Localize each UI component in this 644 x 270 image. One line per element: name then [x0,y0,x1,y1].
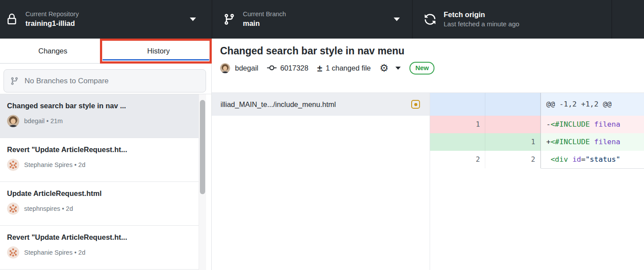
file-modified-icon [411,100,420,109]
diff-context-row: 2 2 <div id="status" [430,151,644,168]
compare-placeholder-text: No Branches to Compare [25,77,109,85]
current-branch-name: main [243,19,286,28]
commit-summary-header: Changed search bar style in nav menu bde… [212,39,644,93]
commit-list-item[interactable]: Revert "Update ArticleRequest.ht... Step… [0,226,199,270]
chevron-down-icon [190,18,196,21]
commit-meta: stephnspires • 2d [24,205,73,212]
fetch-origin-label: Fetch origin [444,11,519,19]
commit-list-item[interactable]: Changed search bar style in nav ... bdeg… [0,94,199,138]
current-branch-button[interactable]: Current Branch main [212,0,412,39]
commit-sha[interactable]: 6017328 [280,64,308,72]
commit-details-panel: Changed search bar style in nav menu bde… [212,39,644,270]
branch-compare-section: No Branches to Compare [0,64,211,94]
current-repository-name: training1-illiad [25,19,79,28]
new-line-number [485,116,541,133]
old-line-number [430,133,485,151]
commit-list-item[interactable]: Update ArticleRequest.html stephnspires … [0,182,199,226]
diff-hunk-header-row: @@ -1,2 +1,2 @@ [430,93,644,116]
file-list-item[interactable]: illiad_MAIN_te.../include_menu.html [212,93,430,116]
chevron-down-icon [395,67,401,70]
commit-author: bdegail [235,64,258,72]
commit-history-list: Changed search bar style in nav ... bdeg… [0,94,211,270]
old-line-number: 1 [430,116,485,133]
sync-icon [423,13,438,25]
tab-changes[interactable]: Changes [0,39,106,63]
git-branch-icon [10,77,19,85]
diff-panel-bottom-edge [541,168,644,169]
diff-deleted-row[interactable]: 1 -<#INCLUDE filena [430,116,644,133]
code-line: <div id="status" [541,151,644,168]
toolbar-spacer [612,0,644,39]
commit-title: Changed search bar style in nav ... [7,102,193,110]
commit-title: Revert "Update ArticleRequest.ht... [7,146,193,154]
fetch-origin-button[interactable]: Fetch origin Last fetched a minute ago [412,0,612,39]
hunk-header-text: @@ -1,2 +1,2 @@ [541,93,644,116]
new-line-number: 1 [485,133,541,151]
avatar-identicon [7,246,19,259]
new-line-number: 2 [485,151,541,168]
diff-added-row[interactable]: 1 +<#INCLUDE filena [430,133,644,151]
avatar-identicon [7,159,19,171]
file-path: illiad_MAIN_te.../include_menu.html [221,100,411,109]
active-tab-underline [103,59,209,60]
changed-files-count: 1 changed file [326,64,371,72]
commit-summary-title: Changed search bar style in nav menu [220,39,644,58]
commit-title: Update ArticleRequest.html [7,189,193,198]
current-repository-button[interactable]: Current Repository training1-illiad [0,0,212,39]
code-line: -<#INCLUDE filena [541,116,644,133]
scrollbar-thumb[interactable] [200,100,205,194]
changed-files-list: illiad_MAIN_te.../include_menu.html [212,93,430,270]
commit-meta: Stephanie Spires • 2d [24,161,85,168]
commit-list-item[interactable]: Revert "Update ArticleRequest.ht... Step… [0,138,199,182]
diff-options-button[interactable]: ⚙ [380,63,401,73]
old-line-number: 2 [430,151,485,168]
toolbar: Current Repository training1-illiad Curr… [0,0,644,39]
sidebar-tabs: Changes History [0,39,211,64]
commit-meta: bdegail • 21m [24,117,63,124]
new-badge: New [409,62,434,75]
compare-branches-box[interactable]: No Branches to Compare [4,69,206,92]
code-line: +<#INCLUDE filena [541,133,644,151]
avatar [7,115,19,127]
commit-title: Revert "Update ArticleRequest.ht... [7,233,193,242]
old-line-number [430,93,485,116]
commit-icon [267,63,277,73]
git-branch-icon [222,13,237,25]
current-repository-label: Current Repository [25,11,79,18]
diff-plus-minus-icon: ± [317,64,322,73]
current-branch-label: Current Branch [243,11,286,18]
github-desktop-window: Current Repository training1-illiad Curr… [0,0,644,270]
chevron-down-icon [394,18,400,21]
sidebar: Changes History No Branches to Compare C… [0,39,212,270]
last-fetched-text: Last fetched a minute ago [444,20,519,28]
avatar [220,63,230,73]
commit-meta: Stephanie Spires • 2d [24,249,85,256]
avatar-identicon [7,202,19,215]
lock-icon [4,14,19,25]
new-line-number [485,93,541,116]
gear-icon: ⚙ [380,63,389,73]
diff-viewer: @@ -1,2 +1,2 @@ 1 -<#INCLUDE filena 1 +<… [430,93,644,270]
